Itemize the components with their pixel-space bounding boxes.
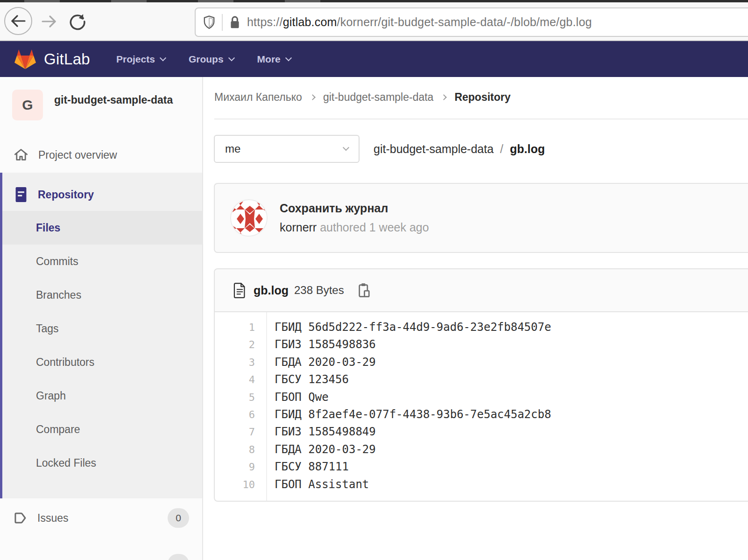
line-number[interactable]: 7 [215,423,266,441]
line-content: ГБДА 2020-03-29 [266,354,376,371]
sidebar-issues-label: Issues [37,512,68,525]
line-number[interactable]: 4 [215,371,266,388]
code-view: 1ГБИД 56d5d222-ff3a-44d9-9ad6-23e2fb8450… [215,312,748,501]
code-line: 4ГБСУ 123456 [215,371,748,388]
issues-icon [14,511,27,525]
browser-toolbar: https://gitlab.com/kornerr/git-budget-sa… [0,2,748,41]
sidebar-item-project-overview[interactable]: Project overview [0,144,202,166]
code-line: 2ГБИЗ 1585498836 [215,336,748,353]
line-number[interactable]: 1 [215,319,266,336]
chevron-down-icon [160,55,166,61]
sidebar-item-contributors[interactable]: Contributors [2,345,202,379]
code-line: 7ГБИЗ 1585498849 [215,423,748,441]
gitlab-home-link[interactable]: GitLab [14,49,90,70]
issues-count-badge: 0 [168,508,189,528]
browser-back-button[interactable] [4,7,32,35]
line-content: ГБИЗ 1585498849 [266,423,376,441]
line-content: ГБСУ 887111 [266,458,349,476]
code-line: 1ГБИД 56d5d222-ff3a-44d9-9ad6-23e2fb8450… [215,319,748,336]
sidebar-repository-label: Repository [38,189,94,201]
sidebar-repository-group: Repository Files Commits Branches Tags C… [0,173,202,498]
arrow-left-icon [10,14,26,28]
line-content: ГБДА 2020-03-29 [266,441,376,458]
breadcrumb-user-link[interactable]: Михаил Капелько [214,91,302,104]
nav-projects[interactable]: Projects [116,54,165,65]
last-commit-box: Сохранить журнал kornerr authored 1 week… [214,183,748,253]
nav-groups-label: Groups [189,54,224,65]
breadcrumb-divider [214,119,748,119]
gitlab-tanuki-icon [14,49,36,70]
url-text: https://gitlab.com/kornerr/git-budget-sa… [247,15,592,29]
line-content: ГБИД 56d5d222-ff3a-44d9-9ad6-23e2fb84507… [266,319,551,336]
top-nav: Projects Groups More [116,54,291,65]
url-path: /kornerr/git-budget-sample-data/-/blob/m… [337,15,592,28]
line-content: ГБИД 8f2aef4e-077f-4438-93b6-7e5ac45a2cb… [266,406,551,423]
chevron-right-icon [441,94,447,100]
reload-icon [69,13,86,30]
commit-author-avatar[interactable] [230,199,268,237]
home-icon [14,148,28,161]
commit-author-link[interactable]: kornerr [280,221,317,234]
code-line: 10ГБОП Assistant [215,476,748,493]
branch-selector[interactable]: me [214,135,360,163]
sidebar-item-files[interactable]: Files [2,211,202,245]
partial-count-badge [168,554,189,560]
line-number[interactable]: 2 [215,336,266,353]
project-name[interactable]: git-budget-sample-data [54,90,173,120]
code-line: 5ГБОП Qwe [215,389,748,406]
nav-more-label: More [257,54,281,65]
line-number[interactable]: 3 [215,354,266,371]
url-bar[interactable]: https://gitlab.com/kornerr/git-budget-sa… [195,7,748,37]
main-content: Михаил Капелько git-budget-sample-data R… [203,77,748,560]
breadcrumb-current: Repository [454,91,510,104]
sidebar-item-issues[interactable]: Issues 0 [0,504,202,532]
breadcrumb-project-link[interactable]: git-budget-sample-data [323,91,434,104]
sidebar-item-repository[interactable]: Repository [2,182,202,207]
browser-reload-button[interactable] [68,13,87,30]
line-number[interactable]: 9 [215,458,266,476]
shield-icon [203,15,215,29]
sidebar-item-graph[interactable]: Graph [2,379,202,413]
sidebar-item-commits[interactable]: Commits [2,245,202,278]
sidebar-item-locked-files[interactable]: Locked Files [2,446,202,480]
commit-title-link[interactable]: Сохранить журнал [280,202,429,215]
commit-meta: authored 1 week ago [317,221,429,234]
url-domain: gitlab.com [283,15,337,28]
code-line: 8ГБДА 2020-03-29 [215,441,748,458]
commit-byline: kornerr authored 1 week ago [280,221,429,234]
sidebar-item-partial[interactable] [0,554,202,560]
breadcrumb: Михаил Капелько git-budget-sample-data R… [203,77,748,104]
sidebar-item-branches[interactable]: Branches [2,278,202,312]
lock-icon [229,15,240,29]
line-number[interactable]: 5 [215,389,266,406]
url-scheme: https:// [247,15,283,28]
nav-more[interactable]: More [257,54,291,65]
sidebar-item-compare[interactable]: Compare [2,413,202,446]
code-line: 6ГБИД 8f2aef4e-077f-4438-93b6-7e5ac45a2c… [215,406,748,423]
line-number[interactable]: 8 [215,441,266,458]
file-viewer: gb.log 238 Bytes 1ГБИД 56d5d222-ff3a-44d… [214,268,748,502]
line-number[interactable]: 6 [215,406,266,423]
line-content: ГБОП Assistant [266,476,369,493]
path-repo-link[interactable]: git-budget-sample-data [374,142,494,156]
file-icon [233,283,246,298]
repository-document-icon [14,187,28,202]
identicon-pattern [231,200,268,237]
url-bar-divider [222,14,223,31]
code-line: 3ГБДА 2020-03-29 [215,354,748,371]
file-name: gb.log [254,284,289,297]
browser-forward-button[interactable] [39,14,59,28]
nav-groups[interactable]: Groups [189,54,234,65]
copy-file-contents-button[interactable] [358,283,370,298]
project-avatar[interactable]: G [12,90,43,120]
project-sidebar: G git-budget-sample-data Project overvie… [0,77,203,560]
project-header: G git-budget-sample-data [0,77,202,120]
chevron-right-icon [310,94,316,100]
chevron-down-icon [343,144,349,151]
chevron-down-icon [228,55,235,61]
sidebar-item-tags[interactable]: Tags [2,312,202,345]
path-separator: / [500,142,503,156]
line-number[interactable]: 10 [215,476,266,493]
path-file-name[interactable]: gb.log [510,142,545,156]
sidebar-overview-label: Project overview [38,149,117,161]
